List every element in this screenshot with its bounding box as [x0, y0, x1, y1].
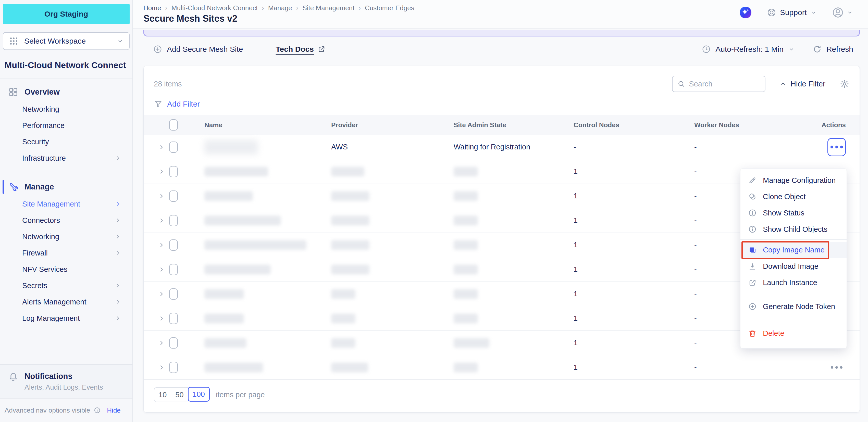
sidebar-item-infrastructure[interactable]: Infrastructure	[0, 150, 132, 166]
support-menu[interactable]: Support	[767, 8, 817, 17]
hide-advanced-nav-link[interactable]: Hide	[107, 407, 120, 414]
row-checkbox[interactable]	[169, 166, 178, 177]
row-checkbox[interactable]	[169, 239, 178, 251]
tech-docs-label: Tech Docs	[276, 45, 314, 54]
menu-item-show-status[interactable]: Show Status	[740, 205, 846, 221]
sidebar-item-nfv-services[interactable]: NFV Services	[0, 261, 132, 278]
sidebar-section-manage[interactable]: Manage	[0, 178, 132, 196]
table-settings-gear-icon[interactable]	[840, 79, 849, 89]
redacted-text	[205, 140, 331, 154]
expand-row-icon[interactable]	[158, 315, 165, 322]
ai-assistant-button[interactable]	[739, 6, 752, 19]
sidebar-item-secrets[interactable]: Secrets	[0, 278, 132, 294]
cell-control-nodes: -	[574, 143, 694, 151]
menu-item-label: Show Status	[763, 209, 804, 217]
info-icon	[94, 407, 101, 414]
account-menu[interactable]	[832, 6, 853, 19]
chevron-right-icon	[115, 201, 121, 207]
chevron-down-icon	[117, 38, 123, 44]
column-header-worker-nodes: Worker Nodes	[694, 121, 796, 129]
redacted-text	[205, 289, 331, 299]
breadcrumb-separator: ›	[359, 4, 361, 12]
breadcrumb-home[interactable]: Home	[144, 4, 161, 12]
sidebar-item-firewall[interactable]: Firewall	[0, 245, 132, 261]
clone-icon	[748, 192, 757, 201]
breadcrumb-multi-cloud-network-connect[interactable]: Multi-Cloud Network Connect	[172, 4, 258, 12]
cell-site-admin-state: Waiting for Registration	[454, 143, 574, 151]
row-checkbox[interactable]	[169, 362, 178, 373]
row-actions-button[interactable]	[828, 358, 846, 377]
sidebar-item-security[interactable]: Security	[0, 134, 132, 150]
row-checkbox[interactable]	[169, 337, 178, 349]
menu-item-clone-object[interactable]: Clone Object	[740, 188, 846, 205]
menu-item-launch-instance[interactable]: Launch Instance	[740, 274, 846, 291]
sidebar-item-log-management[interactable]: Log Management	[0, 310, 132, 326]
expand-row-icon[interactable]	[158, 290, 165, 298]
breadcrumb-customer-edges[interactable]: Customer Edges	[365, 4, 414, 12]
expand-row-icon[interactable]	[158, 266, 165, 273]
nav-item-label: Performance	[22, 121, 65, 130]
menu-item-copy-image-name[interactable]: Copy Image Name	[740, 242, 846, 258]
menu-item-download-image[interactable]: Download Image	[740, 258, 846, 274]
cell-control-nodes: 1	[574, 216, 694, 225]
auto-refresh-dropdown[interactable]: Auto-Refresh: 1 Min	[702, 44, 795, 54]
cell-control-nodes: 1	[574, 290, 694, 298]
expand-row-icon[interactable]	[158, 143, 165, 151]
app-root: Org Staging Select Workspace Multi-Cloud…	[0, 0, 868, 422]
add-filter-button[interactable]: Add Filter	[144, 92, 860, 115]
hide-filter-toggle[interactable]: Hide Filter	[780, 79, 826, 88]
menu-item-delete[interactable]: Delete	[740, 325, 846, 342]
copy-icon	[748, 246, 757, 255]
tech-docs-link[interactable]: Tech Docs	[276, 45, 326, 54]
menu-item-show-child-objects[interactable]: Show Child Objects	[740, 221, 846, 237]
info-icon	[748, 208, 757, 217]
row-checkbox[interactable]	[169, 191, 178, 202]
menu-item-generate-node-token[interactable]: Generate Node Token	[740, 298, 846, 315]
add-secure-mesh-site-button[interactable]: Add Secure Mesh Site	[153, 44, 243, 54]
sidebar-item-connectors[interactable]: Connectors	[0, 212, 132, 228]
page-size-50[interactable]: 50	[171, 387, 188, 402]
table-header: NameProviderSite Admin StateControl Node…	[144, 115, 860, 135]
row-checkbox[interactable]	[169, 264, 178, 275]
search-input[interactable]	[689, 80, 760, 88]
refresh-icon	[813, 44, 822, 54]
breadcrumb-manage[interactable]: Manage	[268, 4, 292, 12]
sidebar-item-performance[interactable]: Performance	[0, 117, 132, 134]
cell-control-nodes: 1	[574, 338, 694, 347]
expand-row-icon[interactable]	[158, 241, 165, 249]
row-checkbox[interactable]	[169, 313, 178, 324]
redacted-text	[205, 314, 331, 323]
row-actions-button[interactable]	[828, 138, 846, 156]
select-all-checkbox[interactable]	[169, 119, 178, 131]
expand-row-icon[interactable]	[158, 339, 165, 347]
redacted-text	[454, 240, 574, 250]
nav-item-label: Infrastructure	[22, 154, 66, 162]
row-checkbox[interactable]	[169, 288, 178, 300]
menu-item-label: Download Image	[763, 262, 818, 270]
breadcrumb-site-management[interactable]: Site Management	[302, 4, 354, 12]
sidebar-item-alerts-management[interactable]: Alerts Management	[0, 294, 132, 310]
add-button-label: Add Secure Mesh Site	[167, 45, 243, 54]
workspace-selector[interactable]: Select Workspace	[3, 32, 130, 50]
menu-item-manage-configuration[interactable]: Manage Configuration	[740, 172, 846, 188]
sidebar-item-networking[interactable]: Networking	[0, 228, 132, 245]
page-size-100[interactable]: 100	[188, 387, 210, 401]
row-checkbox[interactable]	[169, 215, 178, 226]
column-header-name: Name	[205, 121, 331, 129]
sidebar-item-site-management[interactable]: Site Management	[0, 196, 132, 212]
sidebar-item-networking[interactable]: Networking	[0, 101, 132, 117]
lifebuoy-icon	[767, 8, 776, 17]
refresh-button[interactable]: Refresh	[813, 44, 853, 54]
cell-worker-nodes: -	[694, 143, 796, 151]
expand-row-icon[interactable]	[158, 217, 165, 224]
table-row: 1-	[144, 355, 860, 380]
expand-row-icon[interactable]	[158, 193, 165, 200]
expand-row-icon[interactable]	[158, 364, 165, 371]
sidebar-notifications[interactable]: Notifications Alerts, Audit Logs, Events	[0, 364, 132, 398]
expand-row-icon[interactable]	[158, 168, 165, 175]
row-checkbox[interactable]	[169, 141, 178, 153]
grid-icon	[8, 87, 19, 97]
page-size-10[interactable]: 10	[154, 387, 171, 402]
card-header: 28 items Hide Filter	[144, 66, 860, 92]
sidebar-section-overview[interactable]: Overview	[0, 83, 132, 101]
